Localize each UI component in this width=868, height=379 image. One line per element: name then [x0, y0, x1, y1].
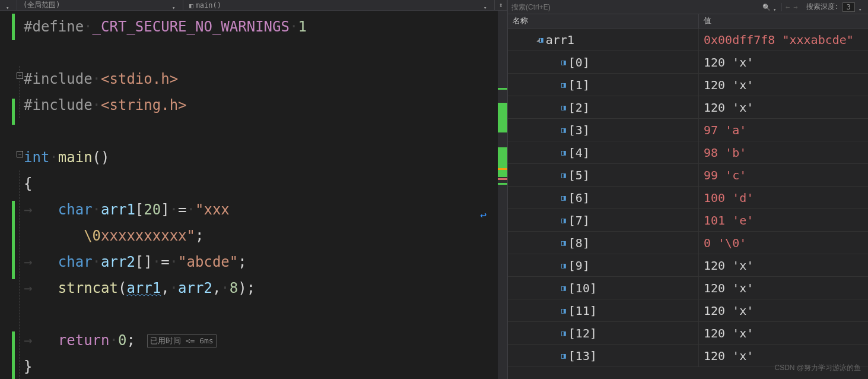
watch-var-name: [0]: [568, 55, 590, 70]
watch-name-cell: [9]: [508, 254, 699, 276]
scope-label: (全局范围): [23, 0, 60, 10]
search-icon[interactable]: [762, 3, 771, 11]
watch-row[interactable]: [4]98 'b': [508, 141, 868, 164]
function-dropdown[interactable]: main(): [183, 0, 495, 10]
watch-name-cell: [2]: [508, 96, 699, 118]
var: arr1: [101, 201, 135, 218]
op: =: [178, 201, 186, 218]
watch-var-name: [7]: [568, 213, 590, 228]
string: "xxx: [195, 201, 230, 218]
var: arr2: [101, 254, 135, 270]
gutter: − −: [0, 11, 24, 379]
watch-var-name: [5]: [568, 168, 590, 182]
watch-name-cell: [3]: [508, 119, 699, 141]
variable-icon: [539, 35, 543, 44]
variable-icon: [561, 216, 566, 225]
watch-row[interactable]: [6]100 'd': [508, 187, 868, 209]
variable-icon: [561, 103, 566, 112]
op: =: [161, 254, 169, 270]
watch-value-cell: 0x00dff7f8 "xxxabcde": [699, 33, 868, 47]
watch-name-cell: [12]: [508, 322, 699, 344]
brace: {: [24, 175, 32, 192]
watch-value-cell: 100 'd': [699, 191, 868, 205]
depth-value[interactable]: 3: [842, 2, 855, 12]
variable-icon: [561, 58, 566, 67]
watch-rows: ◢arr10x00dff7f8 "xxxabcde"[0]120 'x'[1]1…: [508, 29, 868, 379]
watch-value-cell: 101 'e': [699, 213, 868, 228]
macro-name: _CRT_SECURE_NO_WARNINGS: [93, 18, 290, 35]
watch-var-name: [8]: [568, 236, 590, 250]
code-text[interactable]: #define·_CRT_SECURE_NO_WARNINGS·1 #inclu…: [24, 11, 498, 379]
code-toolbar: (全局范围) main() ⬍: [0, 0, 507, 11]
watch-var-name: [9]: [568, 258, 590, 273]
watch-panel: ← → 搜索深度: 3 名称 值 ◢arr10x00dff7f8 "xxxabc…: [507, 0, 868, 379]
fold-toggle[interactable]: −: [17, 151, 23, 157]
expand-icon[interactable]: ◢: [513, 36, 536, 43]
watch-var-name: [3]: [568, 123, 590, 137]
watch-value-cell: 120 'x': [699, 349, 868, 363]
num: 20: [144, 201, 161, 218]
search-depth: 搜索深度: 3: [802, 2, 868, 12]
func-name: main: [58, 149, 93, 166]
search-input[interactable]: [511, 3, 762, 11]
variable-icon: [561, 329, 566, 337]
watch-row[interactable]: [10]120 'x': [508, 277, 868, 299]
watch-value-cell: 120 'x': [699, 100, 868, 115]
scope-dropdown[interactable]: (全局范围): [17, 0, 183, 10]
col-name[interactable]: 名称: [508, 14, 699, 28]
watch-name-cell: [8]: [508, 232, 699, 254]
header: <stdio.h>: [101, 71, 178, 87]
nav-back-dropdown[interactable]: [0, 0, 17, 10]
watch-value-cell: 120 'x': [699, 258, 868, 273]
watch-name-cell: [11]: [508, 299, 699, 321]
watch-row[interactable]: [11]120 'x': [508, 299, 868, 322]
watch-var-name: [1]: [568, 78, 590, 92]
watch-row[interactable]: [7]101 'e': [508, 209, 868, 232]
watch-var-name: [10]: [568, 281, 597, 295]
variable-icon: [561, 351, 566, 360]
watch-name-cell: [13]: [508, 345, 699, 367]
watch-name-cell: [5]: [508, 164, 699, 186]
keyword: return: [58, 332, 110, 349]
watch-var-name: [11]: [568, 304, 597, 318]
var: arr1: [126, 280, 161, 296]
search-box[interactable]: [508, 3, 782, 11]
watch-row[interactable]: [0]120 'x': [508, 51, 868, 74]
chevron-down-icon[interactable]: [859, 5, 863, 10]
watch-value-cell: 120 'x': [699, 304, 868, 318]
watch-row[interactable]: [2]120 'x': [508, 96, 868, 119]
nav-fwd-icon[interactable]: →: [793, 3, 797, 11]
watch-row[interactable]: ◢arr10x00dff7f8 "xxxabcde": [508, 29, 868, 51]
watch-row[interactable]: [1]120 'x': [508, 74, 868, 96]
watch-name-cell: ◢arr1: [508, 29, 699, 50]
watch-toolbar: ← → 搜索深度: 3: [508, 0, 868, 14]
watch-row[interactable]: [8]0 '\0': [508, 232, 868, 254]
refactor-icon[interactable]: ↩: [480, 202, 487, 228]
split-button[interactable]: ⬍: [495, 0, 507, 10]
watch-row[interactable]: [9]120 'x': [508, 254, 868, 277]
change-marker: [12, 201, 15, 279]
function-label: main(): [196, 1, 221, 10]
minimap-scroll[interactable]: [498, 11, 507, 379]
watch-row[interactable]: [5]99 'c': [508, 164, 868, 187]
col-value[interactable]: 值: [699, 14, 868, 28]
code-body[interactable]: − − #define·_CRT_SECURE_NO_WARNINGS·1 #i…: [0, 11, 507, 379]
code-editor-panel: (全局范围) main() ⬍ − − #define·_CRT_SECURE_…: [0, 0, 507, 379]
watch-value-cell: 98 'b': [699, 146, 868, 160]
change-marker: [12, 331, 15, 379]
variable-icon: [561, 306, 566, 315]
watch-name-cell: [4]: [508, 141, 699, 163]
watch-name-cell: [0]: [508, 51, 699, 73]
watch-var-name: [4]: [568, 146, 590, 160]
variable-icon: [561, 170, 566, 179]
watch-value-cell: 120 'x': [699, 281, 868, 295]
watch-row[interactable]: [3]97 'a': [508, 119, 868, 141]
watch-name-cell: [7]: [508, 209, 699, 231]
watch-row[interactable]: [12]120 'x': [508, 322, 868, 345]
nav-back-icon[interactable]: ←: [786, 3, 790, 11]
header: <string.h>: [101, 97, 187, 113]
watch-value-cell: 0 '\0': [699, 236, 868, 250]
var: arr2: [178, 280, 212, 296]
variable-icon: [561, 125, 566, 134]
string: xxxxxxxxxx": [101, 228, 195, 244]
